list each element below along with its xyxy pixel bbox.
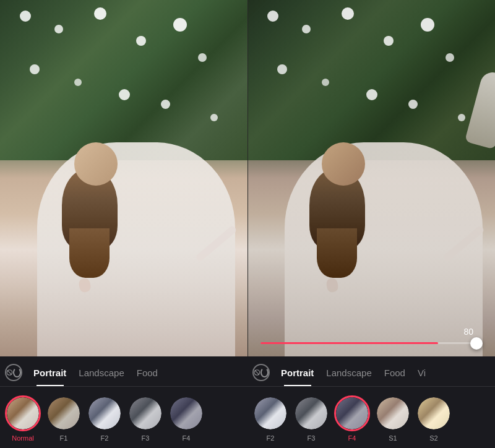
- filter-s2-thumb[interactable]: [416, 395, 452, 431]
- right-panel: 80: [248, 0, 496, 356]
- right-filter-panel: Portrait Landscape Food Vi F2: [248, 356, 495, 448]
- filter-f1-thumb[interactable]: [46, 395, 82, 431]
- filter-f4b-label: F4: [348, 434, 356, 442]
- filter-f3b-label: F3: [308, 434, 316, 442]
- tab-food-left[interactable]: Food: [131, 365, 164, 381]
- left-tab-bar: Portrait Landscape Food: [0, 356, 248, 387]
- filter-f2b[interactable]: F2: [252, 395, 288, 442]
- main-area: 80: [0, 0, 495, 356]
- slider-value-label: 80: [463, 327, 473, 337]
- tab-portrait-left[interactable]: Portrait: [27, 365, 72, 381]
- filter-f4-thumb[interactable]: [168, 395, 204, 431]
- right-photo: 80: [248, 0, 496, 356]
- filter-s1-thumb[interactable]: [375, 395, 411, 431]
- filter-strength-slider[interactable]: 80: [260, 342, 483, 344]
- filter-f4-label: F4: [183, 434, 191, 442]
- filter-f3b-thumb[interactable]: [293, 395, 329, 431]
- filter-f3-thumb[interactable]: [127, 395, 163, 431]
- left-filter-panel: Portrait Landscape Food Normal: [0, 356, 248, 448]
- left-photo: [0, 0, 248, 356]
- filter-s2-label: S2: [429, 434, 437, 442]
- filter-f2-thumb[interactable]: [87, 395, 123, 431]
- no-filter-icon[interactable]: [5, 364, 22, 381]
- filter-s2[interactable]: S2: [416, 395, 452, 442]
- right-photo-bg: [248, 0, 496, 356]
- left-filter-row: Normal F1 F2: [0, 387, 248, 448]
- tab-vi-right[interactable]: Vi: [411, 365, 432, 381]
- filter-f2b-thumb[interactable]: [252, 395, 288, 431]
- filter-f4b-thumb[interactable]: [334, 395, 370, 431]
- tab-food-right[interactable]: Food: [378, 365, 411, 381]
- filter-normal-label: Normal: [12, 434, 33, 442]
- filter-f4[interactable]: F4: [168, 395, 204, 442]
- filter-f3b[interactable]: F3: [293, 395, 329, 442]
- filter-normal-thumb[interactable]: [5, 395, 41, 431]
- tab-portrait-right[interactable]: Portrait: [275, 365, 320, 381]
- filter-f1[interactable]: F1: [46, 395, 82, 442]
- svg-line-3: [255, 371, 259, 374]
- right-filter-row: F2 F3 F4: [248, 387, 495, 448]
- filter-f2[interactable]: F2: [87, 395, 123, 442]
- filter-f3-label: F3: [142, 434, 150, 442]
- slider-track[interactable]: [260, 342, 483, 344]
- tab-landscape-right[interactable]: Landscape: [320, 365, 377, 381]
- filter-f2b-label: F2: [267, 434, 275, 442]
- left-photo-bg: [0, 0, 248, 356]
- no-filter-icon-right[interactable]: [252, 364, 270, 381]
- slider-thumb[interactable]: [470, 337, 483, 350]
- slider-fill: [260, 342, 439, 344]
- tab-landscape-left[interactable]: Landscape: [72, 365, 130, 381]
- svg-line-1: [7, 371, 11, 374]
- filter-f2-label: F2: [101, 434, 109, 442]
- right-tab-bar: Portrait Landscape Food Vi: [248, 356, 495, 387]
- filter-normal[interactable]: Normal: [5, 395, 41, 442]
- filter-s1-label: S1: [389, 434, 397, 442]
- filter-f4b[interactable]: F4: [334, 395, 370, 442]
- filter-f1-label: F1: [60, 434, 68, 442]
- filter-s1[interactable]: S1: [375, 395, 411, 442]
- left-panel: [0, 0, 248, 356]
- filter-f3[interactable]: F3: [127, 395, 163, 442]
- bottom-controls: Portrait Landscape Food Normal: [0, 356, 495, 448]
